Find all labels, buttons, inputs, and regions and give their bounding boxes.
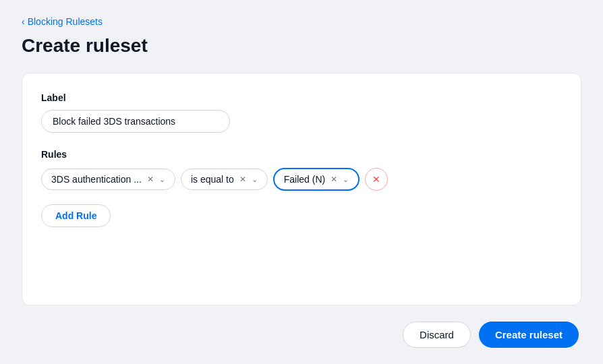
condition-dropdown[interactable]: 3DS authentication ... ✕ ⌄ (41, 169, 175, 190)
back-chevron-icon: ‹ (22, 16, 25, 27)
condition-chevron-icon[interactable]: ⌄ (159, 175, 165, 184)
condition-value: 3DS authentication ... (51, 174, 142, 185)
footer-actions: Discard Create ruleset (22, 322, 581, 348)
operand-value: Failed (N) (284, 174, 325, 185)
operand-clear-icon[interactable]: ✕ (331, 175, 337, 183)
label-section: Label (41, 92, 562, 133)
breadcrumb: ‹ Blocking Rulesets (22, 16, 581, 27)
rules-heading: Rules (41, 149, 562, 160)
label-input[interactable] (41, 110, 230, 133)
rules-section: Rules 3DS authentication ... ✕ ⌄ is equa… (41, 149, 562, 227)
create-ruleset-button[interactable]: Create ruleset (479, 322, 579, 348)
operand-chevron-icon[interactable]: ⌄ (343, 175, 349, 184)
operand-dropdown[interactable]: Failed (N) ✕ ⌄ (273, 168, 360, 191)
condition-clear-icon[interactable]: ✕ (147, 175, 154, 183)
breadcrumb-link[interactable]: Blocking Rulesets (28, 16, 103, 27)
label-heading: Label (41, 92, 562, 103)
create-ruleset-card: Label Rules 3DS authentication ... ✕ ⌄ i… (22, 73, 581, 305)
operator-clear-icon[interactable]: ✕ (239, 175, 246, 183)
delete-rule-button[interactable]: ✕ (365, 168, 388, 191)
delete-icon: ✕ (372, 174, 380, 185)
operator-value: is equal to (191, 174, 234, 185)
operator-dropdown[interactable]: is equal to ✕ ⌄ (181, 169, 268, 190)
operator-chevron-icon[interactable]: ⌄ (252, 175, 258, 184)
discard-button[interactable]: Discard (403, 322, 471, 348)
add-rule-button[interactable]: Add Rule (41, 204, 111, 227)
page-title: Create ruleset (22, 35, 581, 57)
rule-row: 3DS authentication ... ✕ ⌄ is equal to ✕… (41, 168, 562, 191)
